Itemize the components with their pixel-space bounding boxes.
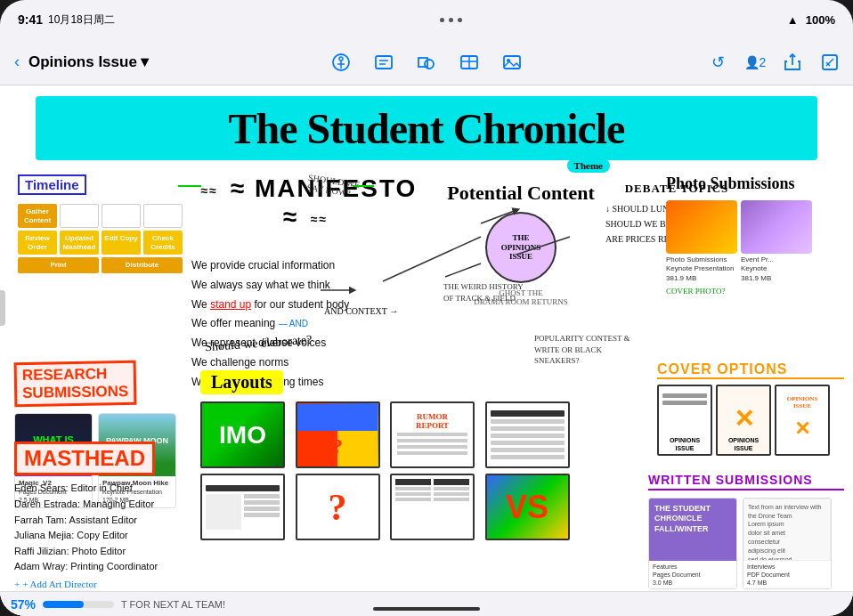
- masthead-item-2: Daren Estrada: Managing Editor: [14, 497, 210, 513]
- doc-title: Opinions Issue ▾: [28, 53, 149, 71]
- chevron-down-icon: ▾: [141, 53, 149, 71]
- table-icon[interactable]: [457, 50, 482, 75]
- whiteboard: The Student Chronicle Timeline Gather Co…: [0, 85, 853, 616]
- text-icon[interactable]: [371, 50, 396, 75]
- sidebar-handle[interactable]: [0, 290, 5, 326]
- layout-vs: VS: [485, 474, 570, 540]
- dot-2: [449, 18, 453, 22]
- toolbar-dots: [440, 18, 462, 22]
- photo-thumb-orange: [666, 200, 737, 254]
- written-doc-1-info: FeaturesPages Document3.0 MB: [649, 561, 736, 588]
- toolbar-right: ↺ 👤2: [700, 50, 842, 75]
- masthead-item-5: Raffi Jilizian: Photo Editor: [14, 544, 210, 560]
- tl-empty1: [60, 204, 99, 228]
- tl-distribute: Distribute: [102, 257, 183, 273]
- canvas-area[interactable]: The Student Chronicle Timeline Gather Co…: [0, 85, 853, 616]
- progress-bar-bg: [43, 601, 114, 608]
- layout-question: ?: [296, 474, 380, 540]
- written-cover-2: Text from an interview with the Drone Te…: [743, 498, 831, 561]
- anchor-icon[interactable]: [329, 50, 353, 75]
- layout-newspaper-2: [200, 474, 285, 540]
- manifesto-section: ≈ MANIFESTO ≈ SHOULD WESAY HOW? We provi…: [191, 174, 423, 394]
- manifesto-item-4: We offer meaning — AND: [191, 316, 423, 331]
- progress-fill: [43, 601, 84, 608]
- bottom-bar: 57% T FOR NEXT AL TEAM!: [0, 591, 853, 616]
- cover-thumbs: OPINIONSISSUE ✕ OPINIONSISSUE OPINIONSIS…: [657, 385, 844, 456]
- svg-rect-8: [418, 58, 427, 67]
- home-indicator: [373, 607, 480, 611]
- toolbar-left: ‹ Opinions Issue ▾: [11, 49, 153, 75]
- masthead-item-1: Eden Sears: Editor in Chief: [14, 481, 210, 497]
- photo-item-2: Event Pr...Keynote381.9 MB: [741, 200, 812, 283]
- time: 9:41: [18, 12, 43, 27]
- svg-rect-26: [297, 404, 378, 431]
- layout-colorful: ?: [296, 401, 380, 468]
- add-art-director[interactable]: + + Add Art Director: [14, 579, 210, 589]
- written-doc-1: THE STUDENT CHRONICLEFALL/WINTER Feature…: [648, 498, 737, 589]
- manifesto-item-6: We challenge norms: [191, 355, 423, 370]
- toolbar: ‹ Opinions Issue ▾: [0, 39, 853, 85]
- svg-rect-28: [337, 431, 378, 466]
- popularity-text: POPULARITY CONTEST &WRITE OR BLACKSNEAKE…: [534, 333, 630, 367]
- manifesto-item-2: We always say what we think: [191, 278, 423, 293]
- doc-title-text: Opinions Issue: [28, 53, 137, 71]
- date: 10月18日周二: [48, 12, 115, 28]
- svg-rect-12: [504, 56, 520, 69]
- cover-photo-label: COVER PHOTO?: [666, 287, 844, 296]
- potential-title-area: Potential Content Theme: [432, 182, 610, 205]
- battery-icon: 100%: [806, 13, 835, 27]
- timeline-section: Timeline Gather Content Review Order Upd…: [18, 174, 183, 273]
- share-icon[interactable]: [780, 50, 805, 75]
- history-icon[interactable]: ↺: [705, 50, 730, 75]
- masthead-item-4: Juliana Mejia: Copy Editor: [14, 528, 210, 544]
- ipad-frame: 9:41 10月18日周二 ▲ 100% ‹ Opinions Issue ▾: [0, 0, 853, 616]
- written-submissions-section: WRITTEN SUBMISSIONS THE STUDENT CHRONICL…: [648, 473, 844, 589]
- masthead-item-3: Farrah Tam: Assistant Editor: [14, 513, 210, 529]
- theme-bubble: Theme: [567, 158, 610, 173]
- svg-text:?: ?: [332, 434, 343, 458]
- status-left: 9:41 10月18日周二: [18, 12, 115, 28]
- written-docs: THE STUDENT CHRONICLEFALL/WINTER Feature…: [648, 498, 844, 589]
- research-label: RESEARCHSUBMISSIONS: [14, 361, 137, 407]
- written-doc-2: Text from an interview with the Drone Te…: [743, 498, 832, 589]
- cover-thumb-1-content: OPINIONSISSUE: [670, 437, 700, 452]
- and-context: AND CONTEXT →: [324, 306, 398, 316]
- title-banner: The Student Chronicle: [36, 96, 817, 160]
- wifi-icon: ▲: [787, 13, 799, 27]
- cover-thumb-2: ✕ OPINIONSISSUE: [716, 385, 771, 456]
- cover-x: ✕: [734, 404, 754, 434]
- pencil-icon[interactable]: [817, 50, 842, 75]
- back-icon: ‹: [14, 53, 20, 71]
- shapes-icon[interactable]: [414, 50, 439, 75]
- back-button[interactable]: ‹: [11, 49, 23, 75]
- opinions-circle-area: THEOPINIONSISSUE: [432, 212, 610, 283]
- cover-options-section: COVER OPTIONS OPINIONSISSUE ✕ OPINIONSIS…: [657, 361, 844, 456]
- written-doc-2-info: InterviewsPDF Document4.7 MB: [743, 561, 831, 588]
- layout-imo: IMO: [200, 401, 285, 468]
- title-text: The Student Chronicle: [229, 104, 625, 153]
- plus-icon: +: [14, 579, 20, 589]
- weird-history-text: THE WEIRD HISTORYOF TRACK & FIELD: [443, 281, 524, 304]
- layout-newspaper: [485, 401, 570, 468]
- photo-thumb-purple: [741, 200, 812, 254]
- tl-gather: Gather Content: [18, 204, 57, 228]
- collaborate-icon[interactable]: 👤2: [743, 50, 768, 75]
- opinions-circle: THEOPINIONSISSUE: [485, 212, 556, 283]
- masthead-label: MASTHEAD: [14, 442, 155, 475]
- cover-thumb-3: OPINIONSISSUE ✕: [775, 385, 830, 456]
- dot-3: [458, 18, 462, 22]
- tl-print: Print: [18, 257, 99, 273]
- photo-submissions-title: Photo Submissions: [666, 174, 844, 193]
- image-icon[interactable]: [500, 50, 524, 75]
- layout-rumor: RUMORREPORT: [390, 401, 475, 468]
- photo-item-1: Photo SubmissionsKeynote Presentation381…: [666, 200, 737, 283]
- photo-grid: Photo SubmissionsKeynote Presentation381…: [666, 200, 844, 283]
- layouts-title: Layouts: [200, 370, 283, 394]
- tl-check: Check Credits: [143, 231, 183, 255]
- svg-rect-4: [376, 56, 392, 69]
- dot-1: [440, 18, 444, 22]
- masthead-list: Eden Sears: Editor in Chief Daren Estrad…: [14, 481, 210, 575]
- status-bar: 9:41 10月18日周二 ▲ 100%: [0, 0, 853, 39]
- masthead-section: MASTHEAD Eden Sears: Editor in Chief Dar…: [14, 442, 210, 589]
- layouts-section: Layouts IMO ? RUMORREPORT: [200, 370, 574, 540]
